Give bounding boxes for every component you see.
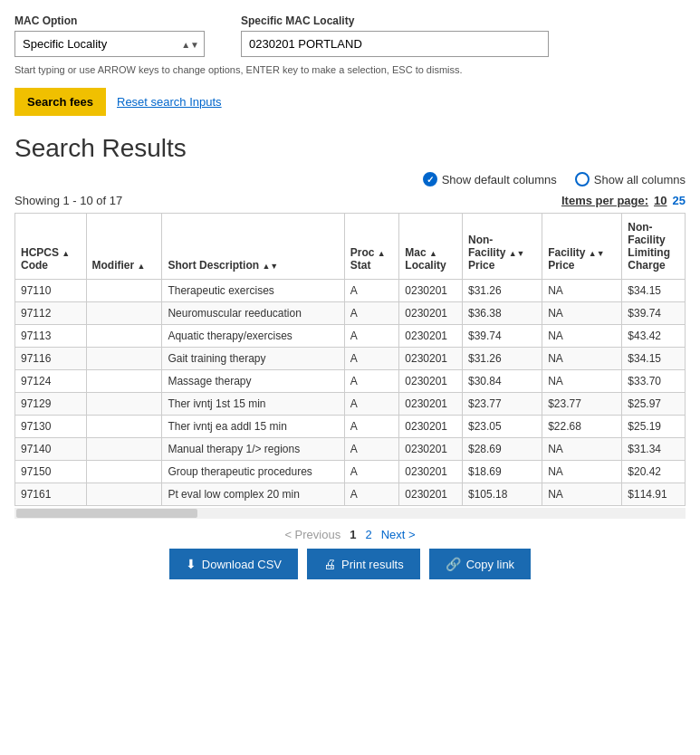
col-short-desc[interactable]: Short Description ▲▼ — [162, 214, 344, 280]
cell-proc-stat: A — [344, 461, 399, 483]
cell-modifier — [86, 461, 162, 483]
page-1-link[interactable]: 1 — [350, 528, 356, 541]
cell-mac-locality: 0230201 — [399, 438, 463, 461]
cell-non-facility-price: $31.26 — [463, 280, 542, 302]
col-facility-price[interactable]: Facility ▲▼Price — [542, 214, 622, 280]
cell-short-desc: Group therapeutic procedures — [162, 461, 344, 483]
cell-facility-price: NA — [542, 302, 622, 325]
horizontal-scrollbar[interactable] — [14, 508, 686, 519]
col-modifier[interactable]: Modifier ▲ — [86, 214, 162, 280]
cell-modifier — [86, 280, 162, 302]
mac-option-label: MAC Option — [14, 14, 205, 27]
cell-proc-stat: A — [344, 325, 399, 348]
cell-proc-stat: A — [344, 302, 399, 325]
cell-non-facility-limiting: $31.34 — [622, 438, 686, 461]
cell-hcpcs: 97140 — [15, 438, 87, 461]
table-row: 97129 Ther ivntj 1st 15 min A 0230201 $2… — [15, 393, 686, 416]
cell-hcpcs: 97110 — [15, 280, 87, 302]
cell-non-facility-price: $30.84 — [463, 370, 542, 393]
cell-non-facility-limiting: $25.97 — [622, 393, 686, 416]
col-non-facility-limiting: Non-FacilityLimitingCharge — [622, 214, 686, 280]
search-fees-button[interactable]: Search fees — [14, 88, 106, 116]
print-results-button[interactable]: 🖨 Print results — [307, 549, 420, 579]
cell-hcpcs: 97150 — [15, 461, 87, 483]
items-10-selected[interactable]: 10 — [654, 194, 666, 207]
print-results-label: Print results — [341, 558, 404, 571]
cell-modifier — [86, 348, 162, 370]
show-all-columns-option[interactable]: Show all columns — [575, 172, 686, 186]
cell-facility-price: NA — [542, 438, 622, 461]
table-row: 97140 Manual therapy 1/> regions A 02302… — [15, 438, 686, 461]
cell-short-desc: Ther ivntj 1st 15 min — [162, 393, 344, 416]
cell-hcpcs: 97116 — [15, 348, 87, 370]
cell-non-facility-price: $23.05 — [463, 416, 542, 438]
specific-mac-locality-input[interactable] — [241, 31, 549, 57]
cell-non-facility-limiting: $43.42 — [622, 325, 686, 348]
page-2-link[interactable]: 2 — [365, 528, 371, 541]
cell-short-desc: Manual therapy 1/> regions — [162, 438, 344, 461]
cell-hcpcs: 97161 — [15, 483, 87, 506]
copy-link-label: Copy link — [466, 558, 514, 571]
default-columns-radio[interactable] — [423, 172, 437, 186]
cell-non-facility-price: $23.77 — [463, 393, 542, 416]
cell-modifier — [86, 325, 162, 348]
cell-non-facility-limiting: $114.91 — [622, 483, 686, 506]
cell-mac-locality: 0230201 — [399, 325, 463, 348]
cell-proc-stat: A — [344, 416, 399, 438]
cell-proc-stat: A — [344, 483, 399, 506]
download-csv-button[interactable]: ⬇ Download CSV — [169, 549, 298, 579]
col-non-facility-price[interactable]: Non-Facility ▲▼Price — [463, 214, 542, 280]
cell-proc-stat: A — [344, 280, 399, 302]
cell-short-desc: Gait training therapy — [162, 348, 344, 370]
cell-hcpcs: 97130 — [15, 416, 87, 438]
cell-mac-locality: 0230201 — [399, 483, 463, 506]
cell-proc-stat: A — [344, 348, 399, 370]
col-proc-stat[interactable]: Proc ▲Stat — [344, 214, 399, 280]
cell-short-desc: Pt eval low complex 20 min — [162, 483, 344, 506]
cell-non-facility-limiting: $39.74 — [622, 302, 686, 325]
prev-page-button: < Previous — [284, 528, 340, 541]
show-default-columns-option[interactable]: Show default columns — [423, 172, 557, 186]
items-per-page-control: Items per page: 10 25 — [561, 194, 686, 207]
table-row: 97124 Massage therapy A 0230201 $30.84 N… — [15, 370, 686, 393]
table-row: 97110 Therapeutic exercises A 0230201 $3… — [15, 280, 686, 302]
cell-modifier — [86, 393, 162, 416]
table-row: 97112 Neuromuscular reeducation A 023020… — [15, 302, 686, 325]
cell-facility-price: $22.68 — [542, 416, 622, 438]
cell-mac-locality: 0230201 — [399, 370, 463, 393]
next-page-button[interactable]: Next > — [381, 528, 416, 541]
cell-mac-locality: 0230201 — [399, 348, 463, 370]
items-25-link[interactable]: 25 — [673, 194, 686, 207]
copy-link-button[interactable]: 🔗 Copy link — [429, 549, 531, 579]
col-mac-locality[interactable]: Mac ▲Locality — [399, 214, 463, 280]
cell-modifier — [86, 416, 162, 438]
cell-short-desc: Neuromuscular reeducation — [162, 302, 344, 325]
cell-non-facility-price: $39.74 — [463, 325, 542, 348]
cell-modifier — [86, 370, 162, 393]
col-hcpcs[interactable]: HCPCS ▲Code — [15, 214, 87, 280]
cell-non-facility-limiting: $25.19 — [622, 416, 686, 438]
cell-proc-stat: A — [344, 393, 399, 416]
cell-non-facility-limiting: $34.15 — [622, 280, 686, 302]
reset-search-button[interactable]: Reset search Inputs — [117, 95, 222, 109]
mac-option-select[interactable]: Specific Locality All MACs By State By M… — [14, 31, 205, 57]
download-icon: ⬇ — [186, 557, 197, 571]
results-table: HCPCS ▲Code Modifier ▲ Short Description… — [14, 213, 686, 506]
cell-short-desc: Aquatic therapy/exercises — [162, 325, 344, 348]
cell-proc-stat: A — [344, 438, 399, 461]
download-csv-label: Download CSV — [202, 558, 282, 571]
cell-hcpcs: 97113 — [15, 325, 87, 348]
all-columns-label: Show all columns — [594, 173, 686, 186]
all-columns-radio[interactable] — [575, 172, 590, 186]
cell-short-desc: Massage therapy — [162, 370, 344, 393]
cell-non-facility-price: $28.69 — [463, 438, 542, 461]
cell-short-desc: Ther ivntj ea addl 15 min — [162, 416, 344, 438]
cell-hcpcs: 97129 — [15, 393, 87, 416]
default-columns-label: Show default columns — [442, 173, 557, 186]
cell-proc-stat: A — [344, 370, 399, 393]
cell-non-facility-price: $18.69 — [463, 461, 542, 483]
items-per-page-label: Items per page: — [561, 194, 648, 207]
cell-hcpcs: 97112 — [15, 302, 87, 325]
cell-mac-locality: 0230201 — [399, 393, 463, 416]
print-icon: 🖨 — [323, 557, 336, 571]
